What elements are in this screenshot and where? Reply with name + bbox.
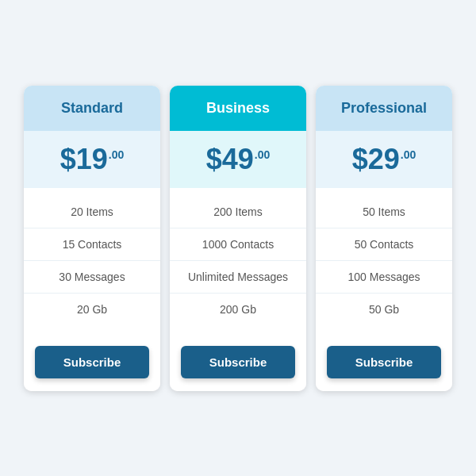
feature-row-business-2: Unlimited Messages xyxy=(170,261,306,294)
pricing-container: Standard$19.0020 Items15 Contacts30 Mess… xyxy=(8,70,468,407)
plan-features-business: 200 Items1000 ContactsUnlimited Messages… xyxy=(170,188,306,333)
plan-features-standard: 20 Items15 Contacts30 Messages20 Gb xyxy=(24,188,160,333)
plan-price-area-standard: $19.00 xyxy=(24,131,160,188)
plan-header-business: Business xyxy=(170,86,306,131)
feature-row-business-0: 200 Items xyxy=(170,196,306,228)
feature-row-standard-1: 15 Contacts xyxy=(24,228,160,261)
plan-price-standard: $19.00 xyxy=(60,145,125,174)
feature-row-professional-2: 100 Messages xyxy=(316,261,452,294)
subscribe-button-business[interactable]: Subscribe xyxy=(181,346,295,378)
plan-header-standard: Standard xyxy=(24,86,160,131)
plan-card-professional: Professional$29.0050 Items50 Contacts100… xyxy=(316,86,452,391)
price-cents-professional: .00 xyxy=(401,148,416,161)
feature-row-business-3: 200 Gb xyxy=(170,294,306,325)
subscribe-button-professional[interactable]: Subscribe xyxy=(327,346,441,378)
price-main-business: $49 xyxy=(206,145,254,174)
plan-card-standard: Standard$19.0020 Items15 Contacts30 Mess… xyxy=(24,86,160,391)
feature-row-standard-0: 20 Items xyxy=(24,196,160,228)
plan-header-professional: Professional xyxy=(316,86,452,131)
feature-row-professional-0: 50 Items xyxy=(316,196,452,228)
subscribe-button-standard[interactable]: Subscribe xyxy=(35,346,149,378)
price-main-professional: $29 xyxy=(352,145,400,174)
price-main-standard: $19 xyxy=(60,145,108,174)
plan-price-area-professional: $29.00 xyxy=(316,131,452,188)
plan-card-business: Business$49.00200 Items1000 ContactsUnli… xyxy=(170,86,306,391)
plan-price-professional: $29.00 xyxy=(352,145,416,174)
plan-features-professional: 50 Items50 Contacts100 Messages50 Gb xyxy=(316,188,452,333)
plan-footer-standard: Subscribe xyxy=(24,333,160,391)
plan-footer-business: Subscribe xyxy=(170,333,306,391)
price-cents-business: .00 xyxy=(255,148,270,161)
plan-footer-professional: Subscribe xyxy=(316,333,452,391)
feature-row-business-1: 1000 Contacts xyxy=(170,228,306,261)
feature-row-standard-3: 20 Gb xyxy=(24,294,160,325)
plan-price-business: $49.00 xyxy=(206,145,271,174)
price-cents-standard: .00 xyxy=(109,148,124,161)
feature-row-professional-3: 50 Gb xyxy=(316,294,452,325)
feature-row-standard-2: 30 Messages xyxy=(24,261,160,294)
feature-row-professional-1: 50 Contacts xyxy=(316,228,452,261)
plan-price-area-business: $49.00 xyxy=(170,131,306,188)
